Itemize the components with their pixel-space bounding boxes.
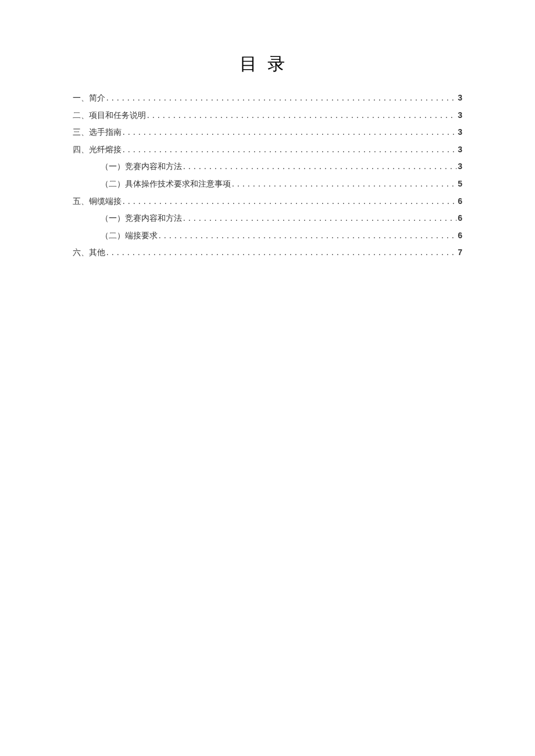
toc-entry: （二）端接要求6 [73,230,462,242]
toc-entry: 一、简介3 [73,92,462,104]
toc-entry: （一）竞赛内容和方法3 [73,161,462,173]
toc-entry-page: 3 [458,127,462,138]
toc-entry-label: （一）竞赛内容和方法 [101,213,182,224]
toc-entry-page: 3 [458,110,462,121]
toc-entry-page: 5 [458,178,462,190]
toc-title: 目录 [73,52,462,76]
toc-entry: 六、其他7 [73,247,462,259]
toc-leader-dots [123,127,456,135]
toc-list: 一、简介3二、项目和任务说明3三、选手指南3四、光纤熔接3（一）竞赛内容和方法3… [73,92,462,259]
toc-entry-page: 7 [458,247,462,259]
toc-leader-dots [183,161,456,169]
toc-entry: （二）具体操作技术要求和注意事项5 [73,178,462,190]
toc-leader-dots [232,178,456,187]
toc-entry-page: 3 [458,161,462,173]
toc-entry-label: 四、光纤熔接 [73,144,122,156]
toc-leader-dots [106,247,456,255]
toc-entry-label: （二）端接要求 [101,230,158,242]
toc-entry: 三、选手指南3 [73,127,462,138]
toc-entry-label: 一、简介 [73,92,105,104]
toc-entry-label: 二、项目和任务说明 [73,110,146,121]
toc-leader-dots [123,196,456,204]
toc-entry: （一）竞赛内容和方法6 [73,213,462,224]
toc-entry-label: 三、选手指南 [73,127,122,138]
toc-entry-page: 3 [458,92,462,104]
toc-entry-label: 五、铜缆端接 [73,196,122,207]
toc-entry: 二、项目和任务说明3 [73,110,462,121]
toc-entry: 四、光纤熔接3 [73,144,462,156]
toc-leader-dots [106,92,456,101]
toc-entry-page: 6 [458,213,462,224]
toc-leader-dots [183,213,456,221]
toc-leader-dots [123,144,456,152]
toc-leader-dots [159,230,456,238]
toc-entry: 五、铜缆端接6 [73,196,462,207]
toc-entry-page: 6 [458,230,462,242]
toc-entry-page: 3 [458,144,462,156]
toc-entry-label: （二）具体操作技术要求和注意事项 [101,178,231,190]
document-page: 目录 一、简介3二、项目和任务说明3三、选手指南3四、光纤熔接3（一）竞赛内容和… [0,0,535,259]
toc-entry-page: 6 [458,196,462,207]
toc-entry-label: （一）竞赛内容和方法 [101,161,182,173]
toc-leader-dots [147,110,456,118]
toc-entry-label: 六、其他 [73,247,105,259]
